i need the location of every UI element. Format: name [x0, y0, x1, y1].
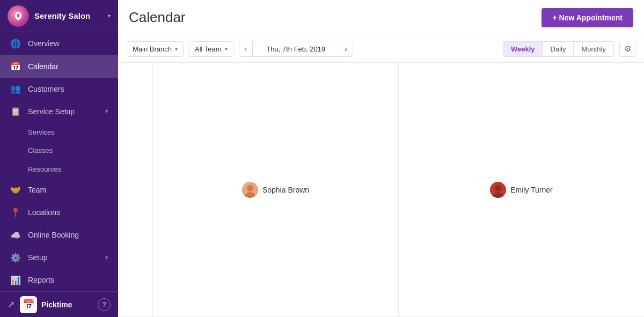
sidebar-item-services[interactable]: Services — [0, 123, 118, 142]
date-navigator: ‹ Thu, 7th Feb, 2019 › — [239, 41, 353, 57]
sidebar-label-team: Team — [28, 186, 46, 194]
sidebar-label-service-setup: Service Setup — [28, 107, 75, 116]
salon-name: Serenity Salon — [34, 11, 108, 20]
emily-name: Emily Turner — [510, 186, 553, 194]
picktime-branding: 📅 Picktime — [20, 296, 98, 313]
weekly-view-button[interactable]: Weekly — [503, 42, 543, 56]
time-column-header — [118, 63, 152, 317]
setup-chevron: ▾ — [105, 254, 108, 261]
online-booking-icon: ☁️ — [10, 230, 21, 240]
next-date-button[interactable]: › — [339, 41, 353, 56]
sidebar-item-setup[interactable]: ⚙️ Setup ▾ — [0, 246, 118, 269]
sidebar-item-locations[interactable]: 📍 Locations — [0, 201, 118, 224]
sidebar-item-service-setup[interactable]: 📋 Service Setup ▾ — [0, 100, 118, 123]
svg-point-1 — [247, 185, 253, 191]
sidebar: Serenity Salon ▾ 🌐 Overview 📅 Calendar 👥… — [0, 0, 118, 317]
sidebar-item-classes[interactable]: Classes — [0, 142, 118, 160]
sidebar-item-customers[interactable]: 👥 Customers — [0, 78, 118, 100]
sidebar-label-classes: Classes — [28, 146, 53, 154]
sidebar-label-services: Services — [28, 128, 55, 136]
reports-icon: 📊 — [10, 275, 21, 285]
calendar-toolbar: Main Branch ▾ All Team ▾ ‹ Thu, 7th Feb,… — [118, 35, 644, 63]
service-setup-icon: 📋 — [10, 106, 21, 116]
sidebar-label-locations: Locations — [28, 208, 60, 217]
prev-date-button[interactable]: ‹ — [239, 41, 253, 56]
overview-icon: 🌐 — [10, 39, 21, 49]
salon-dropdown-icon: ▾ — [108, 13, 111, 19]
picktime-text: Picktime — [41, 300, 72, 309]
sidebar-label-online-booking: Online Booking — [28, 231, 79, 239]
sidebar-item-reports[interactable]: 📊 Reports — [0, 269, 118, 291]
emily-avatar — [490, 182, 506, 198]
sidebar-item-online-booking[interactable]: ☁️ Online Booking — [0, 224, 118, 246]
staff-col-header-sophia: Sophia Brown — [152, 63, 398, 317]
sidebar-item-overview[interactable]: 🌐 Overview — [0, 32, 118, 55]
sidebar-label-customers: Customers — [28, 85, 64, 93]
svg-point-4 — [495, 185, 501, 191]
calendar-icon: 📅 — [10, 61, 21, 71]
branch-chevron-icon: ▾ — [175, 46, 178, 52]
team-label: All Team — [195, 45, 222, 53]
customers-icon: 👥 — [10, 84, 21, 94]
date-display: Thu, 7th Feb, 2019 — [253, 42, 339, 56]
view-toggle: Weekly Daily Monthly — [503, 41, 614, 57]
new-appointment-button[interactable]: + New Appointment — [541, 8, 633, 27]
calendar-body[interactable]: Sophia Brown Emily Turner 8:30am 9am 9 — [118, 63, 644, 317]
locations-icon: 📍 — [10, 208, 21, 218]
sidebar-label-setup: Setup — [28, 253, 48, 262]
sidebar-label-calendar: Calendar — [28, 62, 58, 71]
branch-label: Main Branch — [133, 45, 172, 53]
help-button[interactable]: ? — [98, 298, 111, 311]
sidebar-item-calendar[interactable]: 📅 Calendar — [0, 55, 118, 78]
sidebar-footer: ↗ 📅 Picktime ? — [0, 291, 118, 317]
sophia-name: Sophia Brown — [262, 186, 309, 194]
sidebar-item-team[interactable]: 🤝 Team — [0, 179, 118, 201]
team-selector[interactable]: All Team ▾ — [189, 41, 233, 57]
sidebar-label-resources: Resources — [28, 165, 61, 173]
salon-header[interactable]: Serenity Salon ▾ — [0, 0, 118, 32]
main-header: Calendar + New Appointment — [118, 0, 644, 35]
sidebar-label-overview: Overview — [28, 39, 59, 48]
picktime-icon: 📅 — [20, 296, 37, 313]
service-setup-chevron: ▾ — [105, 108, 108, 115]
sidebar-label-reports: Reports — [28, 276, 54, 284]
team-icon: 🤝 — [10, 185, 21, 195]
calendar-settings-button[interactable]: ⚙ — [619, 41, 635, 57]
staff-col-header-emily: Emily Turner — [398, 63, 644, 317]
branch-selector[interactable]: Main Branch ▾ — [127, 41, 184, 57]
setup-icon: ⚙️ — [10, 253, 21, 263]
external-link-icon[interactable]: ↗ — [8, 299, 14, 309]
calendar-grid: Sophia Brown Emily Turner — [118, 63, 644, 317]
page-title: Calendar — [129, 9, 541, 26]
sophia-avatar — [242, 182, 258, 198]
sidebar-item-resources[interactable]: Resources — [0, 160, 118, 179]
main-content: Calendar + New Appointment Main Branch ▾… — [118, 0, 644, 317]
daily-view-button[interactable]: Daily — [543, 42, 574, 56]
team-chevron-icon: ▾ — [225, 46, 228, 52]
salon-logo — [8, 5, 29, 27]
monthly-view-button[interactable]: Monthly — [574, 42, 613, 56]
